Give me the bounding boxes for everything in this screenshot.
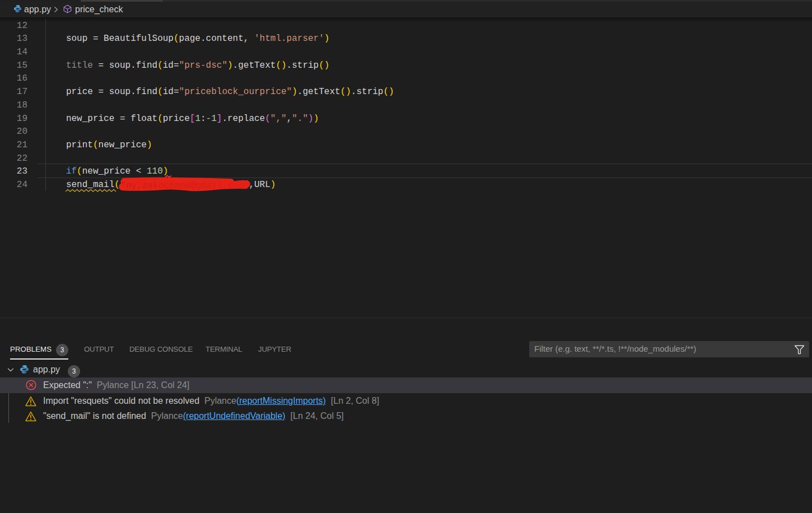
svg-text:"ny,zakochan6@gmail.com": "ny,zakochan6@gmail.com"	[120, 181, 249, 191]
